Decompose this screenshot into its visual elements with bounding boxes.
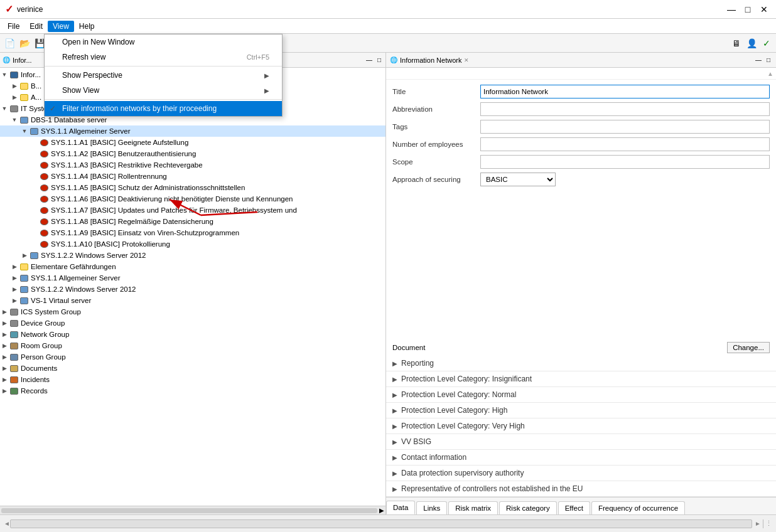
tree-icon-device-group	[9, 318, 19, 328]
collapsible-label-protection-normal: Protection Level Category: Normal	[401, 390, 516, 399]
tree-toggle-network-group[interactable]: ▶	[0, 331, 9, 338]
menu-edit[interactable]: Edit	[24, 21, 48, 32]
tree-item-sys11a8[interactable]: SYS.1.1.A8 [BASIC] Regelmäßige Datensich…	[0, 216, 385, 227]
tab-effect[interactable]: Effect	[558, 501, 590, 514]
tab-risk-matrix[interactable]: Risk matrix	[448, 501, 498, 514]
panel-minimize-btn[interactable]: —	[364, 56, 374, 63]
menu-open-new-window[interactable]: Open in New Window	[45, 35, 282, 50]
tree-toggle-dbs1[interactable]: ▼	[10, 117, 19, 123]
tree-item-sys11[interactable]: ▼SYS.1.1 Allgemeiner Server	[0, 125, 385, 137]
filter-networks-label: Filter information networks by their pro…	[62, 104, 217, 113]
scope-field-input[interactable]	[480, 155, 770, 169]
menu-help[interactable]: Help	[74, 21, 100, 32]
tree-item-sys11a6[interactable]: SYS.1.1.A6 [BASIC] Deaktivierung nicht b…	[0, 193, 385, 205]
minimize-button[interactable]: —	[725, 3, 738, 16]
tree-toggle-device-group[interactable]: ▶	[0, 320, 9, 326]
tree-toggle-vs1[interactable]: ▶	[10, 297, 19, 304]
status-scrollbar[interactable]	[10, 519, 752, 528]
tree-toggle-a[interactable]: ▶	[10, 94, 19, 100]
tree-scrollbar[interactable]: ▶	[0, 506, 385, 514]
title-field-input[interactable]	[480, 85, 770, 98]
tree-item-room-group[interactable]: ▶Room Group	[0, 340, 385, 351]
tree-item-person-group[interactable]: ▶Person Group	[0, 351, 385, 363]
abbrev-field-input[interactable]	[480, 102, 770, 116]
tree-item-sys11a4[interactable]: SYS.1.1.A4 [BASIC] Rollentrennung	[0, 171, 385, 182]
tree-item-sys11-2[interactable]: ▶SYS.1.1 Allgemeiner Server	[0, 272, 385, 284]
employees-field-input[interactable]	[480, 137, 770, 151]
tree-item-sys11a5[interactable]: SYS.1.1.A5 [BASIC] Schutz der Administra…	[0, 182, 385, 193]
scroll-right-btn[interactable]: ►	[755, 520, 761, 527]
tree-toggle-records[interactable]: ▶	[0, 388, 9, 394]
menu-show-view[interactable]: Show View ▶	[45, 83, 282, 98]
tree-item-elementare[interactable]: ▶Elementare Gefährdungen	[0, 261, 385, 272]
tags-field-input[interactable]	[480, 120, 770, 134]
tree-toggle-documents[interactable]: ▶	[0, 365, 9, 371]
tree-toggle-sys122-2[interactable]: ▶	[10, 286, 19, 292]
change-button[interactable]: Change...	[727, 342, 770, 353]
tree-item-records[interactable]: ▶Records	[0, 385, 385, 396]
collapsible-vv-bsig[interactable]: ▶VV BSIG	[386, 434, 776, 450]
tree-item-network-group[interactable]: ▶Network Group	[0, 329, 385, 340]
scroll-left-btn[interactable]: ◄	[4, 520, 10, 527]
tree-toggle-sys11[interactable]: ▼	[20, 128, 29, 134]
tree-item-sys122-2[interactable]: ▶SYS.1.2.2 Windows Server 2012	[0, 284, 385, 295]
tab-risk-category[interactable]: Risk category	[499, 501, 557, 514]
tree-item-sys11a2[interactable]: SYS.1.1.A2 [BASIC] Benutzerauthentisieru…	[0, 148, 385, 159]
collapsible-protection-insignificant[interactable]: ▶Protection Level Category: Insignifican…	[386, 371, 776, 387]
tree-item-sys122-win[interactable]: ▶SYS.1.2.2 Windows Server 2012	[0, 250, 385, 261]
tree-icon-sys11a1	[39, 137, 49, 147]
tree-toggle-elementare[interactable]: ▶	[10, 263, 19, 270]
tree-toggle-ics-group[interactable]: ▶	[0, 309, 9, 315]
tree-label-sys122-win: SYS.1.2.2 Windows Server 2012	[41, 252, 146, 259]
scroll-right-icon[interactable]: ▶	[379, 507, 384, 514]
tree-item-sys11a10[interactable]: SYS.1.1.A10 [BASIC] Protokollierung	[0, 238, 385, 250]
menu-refresh-view[interactable]: Refresh view Ctrl+F5	[45, 50, 282, 65]
tree-toggle-incidents[interactable]: ▶	[0, 376, 9, 383]
tree-toggle-sys122-win[interactable]: ▶	[20, 252, 29, 258]
toolbar-btn-1[interactable]: 📄	[3, 36, 16, 50]
maximize-button[interactable]: □	[741, 3, 755, 16]
toolbar-btn-r1[interactable]: 🖥	[730, 36, 743, 50]
toolbar-btn-r2[interactable]: 👤	[745, 36, 758, 50]
collapsible-reporting[interactable]: ▶Reporting	[386, 356, 776, 371]
approach-field-select[interactable]: BASIC STANDARD HIGH	[480, 173, 556, 186]
collapsible-contact-info[interactable]: ▶Contact information	[386, 450, 776, 466]
right-minimize-btn[interactable]: —	[753, 56, 763, 63]
collapsible-protection-normal[interactable]: ▶Protection Level Category: Normal	[386, 387, 776, 403]
menu-view[interactable]: View	[48, 21, 74, 32]
tree-toggle-b[interactable]: ▶	[10, 83, 19, 89]
tab-frequency[interactable]: Frequency of occurrence	[591, 501, 685, 514]
menu-filter-networks[interactable]: ✓ Filter information networks by their p…	[45, 101, 282, 116]
status-sep	[763, 519, 763, 528]
close-button[interactable]: ✕	[757, 3, 771, 16]
tree-toggle-it-system-group[interactable]: ▼	[0, 105, 9, 112]
collapsible-representative[interactable]: ▶Representative of controllers not estab…	[386, 481, 776, 497]
tree-item-sys11a3[interactable]: SYS.1.1.A3 [BASIC] Restriktive Rechtever…	[0, 159, 385, 171]
collapsible-protection-very-high[interactable]: ▶Protection Level Category: Very High	[386, 418, 776, 434]
right-maximize-btn[interactable]: □	[765, 56, 772, 63]
collapsible-protection-high[interactable]: ▶Protection Level Category: High	[386, 403, 776, 418]
tree-item-incidents[interactable]: ▶Incidents	[0, 374, 385, 385]
tree-label-ics-group: ICS System Group	[21, 308, 81, 316]
tree-toggle-infor[interactable]: ▼	[0, 72, 9, 78]
tab-data[interactable]: Data	[386, 501, 415, 514]
tree-item-vs1[interactable]: ▶VS-1 Virtaul server	[0, 295, 385, 306]
menu-file[interactable]: File	[3, 21, 24, 32]
tree-toggle-person-group[interactable]: ▶	[0, 354, 9, 360]
tree-item-sys11a7[interactable]: SYS.1.1.A7 [BASIC] Updates und Patches f…	[0, 205, 385, 216]
tree-toggle-room-group[interactable]: ▶	[0, 343, 9, 349]
open-new-window-label: Open in New Window	[62, 38, 134, 46]
collapsible-label-protection-very-high: Protection Level Category: Very High	[401, 422, 525, 430]
tree-item-sys11a9[interactable]: SYS.1.1.A9 [BASIC] Einsatz von Viren-Sch…	[0, 227, 385, 238]
tree-item-documents[interactable]: ▶Documents	[0, 363, 385, 374]
tree-item-device-group[interactable]: ▶Device Group	[0, 317, 385, 329]
tree-item-ics-group[interactable]: ▶ICS System Group	[0, 306, 385, 317]
tree-toggle-sys11-2[interactable]: ▶	[10, 275, 19, 281]
tree-item-sys11a1[interactable]: SYS.1.1.A1 [BASIC] Geeignete Aufstellung	[0, 137, 385, 148]
tab-links[interactable]: Links	[416, 501, 447, 514]
panel-maximize-btn[interactable]: □	[375, 56, 383, 63]
toolbar-btn-2[interactable]: 📂	[18, 36, 31, 50]
menu-show-perspective[interactable]: Show Perspective ▶	[45, 68, 282, 83]
toolbar-btn-r3[interactable]: ✓	[760, 36, 773, 50]
collapsible-data-protection[interactable]: ▶Data protection supervisory authority	[386, 466, 776, 481]
